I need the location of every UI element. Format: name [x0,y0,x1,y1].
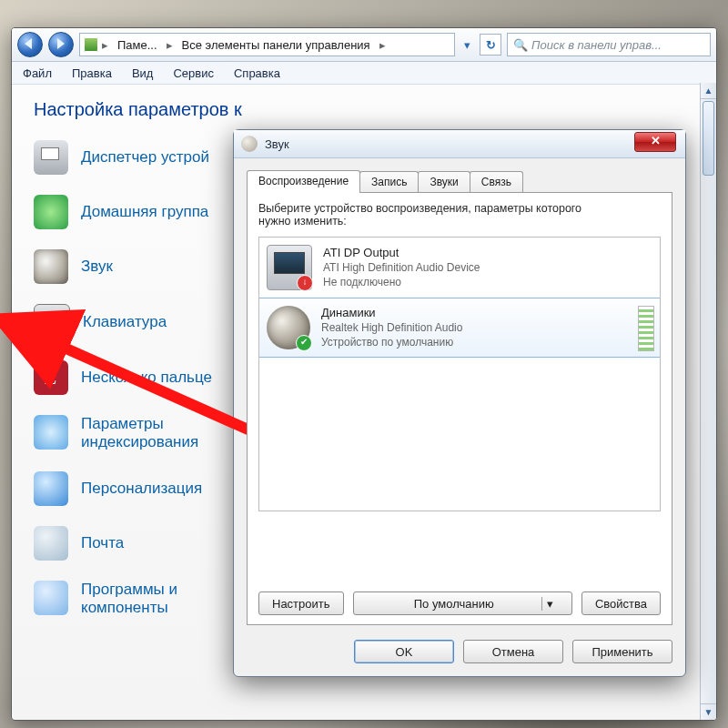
keyboard-icon [34,304,70,340]
mail-icon [34,526,68,561]
sound-icon [34,249,68,284]
device-status: Не подключено [323,275,480,289]
tab-description: Выберите устройство воспроизведения, пар… [258,202,661,228]
dialog-title: Звук [265,137,289,151]
apply-button[interactable]: Применить [572,640,672,663]
default-badge-icon: ✔ [296,335,312,351]
cp-item-label: Звук [81,258,113,276]
cp-item-label: Персонализация [81,480,202,498]
dropdown-arrow-icon[interactable]: ▾ [460,38,474,52]
scroll-down-icon[interactable]: ▼ [701,703,716,720]
tab-communications[interactable]: Связь [470,171,523,193]
device-driver: Realtek High Definition Audio [321,320,462,335]
menu-help[interactable]: Справка [230,65,284,82]
menubar: Файл Правка Вид Сервис Справка [12,62,716,85]
device-ati-dp-output[interactable]: ↓ ATI DP Output ATI High Definition Audi… [259,238,660,298]
monitor-icon: ↓ [267,245,312,290]
tabstrip: Воспроизведение Запись Звуки Связь [247,170,522,193]
device-driver: ATI High Definition Audio Device [323,260,480,275]
cp-item-label: Параметрыиндексирования [81,415,198,451]
cp-item-label: Диспетчер устрой [81,148,209,167]
device-speakers[interactable]: ✔ Динамики Realtek High Definition Audio… [258,298,661,358]
sound-icon [241,136,258,152]
tabpage-buttons: Настроить По умолчанию ▾ Свойства [258,592,661,615]
search-placeholder: Поиск в панели управ... [531,38,662,52]
cp-item-label: Несколько пальце [81,369,212,387]
ok-button[interactable]: OK [354,640,454,663]
menu-file[interactable]: Файл [19,65,56,82]
configure-button[interactable]: Настроить [258,592,344,615]
set-default-label: По умолчанию [367,597,541,611]
personalization-icon [34,471,68,506]
breadcrumb-item[interactable]: Все элементы панели управления [177,35,376,55]
chevron-right-icon: ▸ [165,38,175,52]
chevron-right-icon: ▸ [378,38,388,52]
dialog-buttons: OK Отмена Применить [354,640,672,663]
sound-dialog: Звук ✕ Воспроизведение Запись Звуки Связ… [233,129,686,677]
cp-item-label: Почта [81,534,124,552]
device-info: Динамики Realtek High Definition Audio У… [321,306,462,349]
cp-item-label: Программы икомпоненты [81,581,177,617]
breadcrumb-item[interactable]: Паме... [112,35,163,55]
cp-item-label: Клавиатура [83,313,167,331]
properties-button[interactable]: Свойства [581,592,661,615]
device-list[interactable]: ↓ ATI DP Output ATI High Definition Audi… [258,237,661,511]
breadcrumb[interactable]: ▸ Паме... ▸ Все элементы панели управлен… [79,33,455,56]
back-button[interactable] [17,32,43,57]
disconnected-badge-icon: ↓ [297,275,313,291]
cp-item-label: Домашняя группа [81,203,208,221]
chevron-down-icon[interactable]: ▾ [541,597,559,611]
forward-button[interactable] [48,32,74,57]
search-input[interactable]: 🔍 Поиск в панели управ... [507,33,711,56]
scrollbar[interactable]: ▲ ▼ [700,83,716,720]
menu-edit[interactable]: Правка [68,65,116,82]
scroll-up-icon[interactable]: ▲ [701,83,716,99]
close-button[interactable]: ✕ [634,132,676,152]
homegroup-icon [34,195,68,229]
touch-icon: E [34,360,68,395]
page-title: Настройка параметров к [34,99,694,120]
scrollbar-thumb[interactable] [703,101,714,176]
dialog-titlebar[interactable]: Звук ✕ [234,130,685,158]
chevron-right-icon: ▸ [100,38,110,52]
tab-recording[interactable]: Запись [359,171,419,193]
device-name: Динамики [321,306,462,320]
set-default-button[interactable]: По умолчанию ▾ [353,592,572,615]
indexing-icon [34,415,68,450]
programs-icon [34,581,68,615]
control-panel-icon [84,37,98,52]
menu-view[interactable]: Вид [128,65,157,82]
menu-tools[interactable]: Сервис [169,65,217,82]
cancel-button[interactable]: Отмена [463,640,563,663]
device-status: Устройство по умолчанию [321,335,462,349]
speaker-icon: ✔ [267,306,310,349]
devices-icon [34,140,68,175]
refresh-button[interactable]: ↻ [480,34,501,56]
search-icon: 🔍 [513,38,528,52]
address-bar: ▸ Паме... ▸ Все элементы панели управлен… [12,28,716,62]
tab-sounds[interactable]: Звуки [418,171,470,193]
tab-playback[interactable]: Воспроизведение [247,170,360,193]
device-info: ATI DP Output ATI High Definition Audio … [323,246,480,289]
level-meter [638,306,654,351]
device-name: ATI DP Output [323,246,480,260]
tab-page-playback: Выберите устройство воспроизведения, пар… [247,192,672,625]
